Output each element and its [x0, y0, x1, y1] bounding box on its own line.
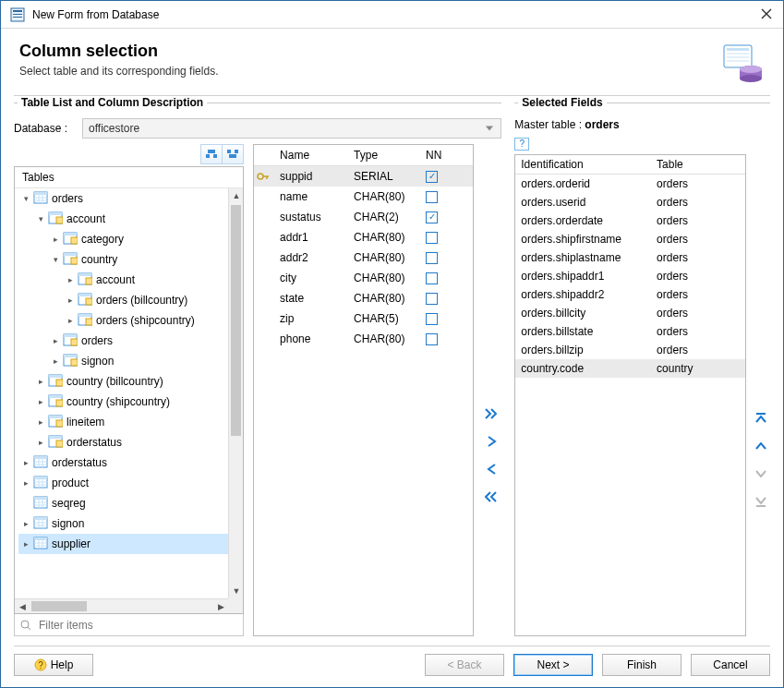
tree-hscroll[interactable]: ◀ ▶: [15, 598, 228, 613]
selected-row[interactable]: orders.orderidorders: [515, 175, 745, 193]
tree-node-account[interactable]: ▾account: [33, 209, 228, 229]
tree-node-country_billcountry[interactable]: ▸country (billcountry): [33, 371, 228, 392]
twisty-icon[interactable]: ▸: [65, 315, 76, 326]
tree-node-country_orders_shipcountry[interactable]: ▸orders (shipcountry): [63, 310, 228, 331]
twisty-icon[interactable]: ▸: [20, 477, 31, 489]
tree-vscroll[interactable]: ▲ ▼: [228, 188, 243, 598]
move-top-button[interactable]: [753, 411, 769, 426]
twisty-icon[interactable]: ▸: [35, 376, 46, 387]
remove-button[interactable]: [484, 462, 501, 477]
column-row[interactable]: stateCHAR(80): [254, 288, 473, 308]
move-down-button[interactable]: [753, 466, 769, 481]
twisty-icon[interactable]: ▸: [50, 356, 61, 367]
move-up-button[interactable]: [753, 439, 769, 453]
selected-row[interactable]: orders.billstateorders: [515, 322, 745, 341]
tree-node-orderstatus_root[interactable]: ▸orderstatus: [18, 453, 228, 473]
twisty-icon[interactable]: ▸: [65, 274, 76, 285]
twisty-icon[interactable]: ▾: [20, 193, 31, 204]
help-button[interactable]: ? Help: [14, 654, 93, 676]
selected-row[interactable]: country.codecountry: [515, 359, 745, 378]
tree-label: signon: [52, 517, 84, 530]
twisty-icon[interactable]: ▸: [65, 295, 76, 306]
tree-header: Tables: [15, 167, 243, 188]
selected-row[interactable]: orders.shiplastnameorders: [515, 248, 745, 267]
twisty-icon[interactable]: ▸: [50, 335, 61, 346]
tree-node-country_shipcountry[interactable]: ▸country (shipcountry): [33, 392, 228, 412]
next-button[interactable]: Next >: [513, 654, 593, 676]
twisty-icon[interactable]: ▸: [35, 437, 46, 448]
close-icon[interactable]: [761, 8, 774, 21]
collapse-all-button[interactable]: [222, 144, 244, 164]
column-row[interactable]: nameCHAR(80): [254, 187, 473, 207]
database-select[interactable]: officestore: [82, 118, 501, 139]
column-row[interactable]: addr1CHAR(80): [254, 227, 473, 247]
nn-checkbox[interactable]: [426, 211, 438, 223]
sel-table: orders: [651, 285, 745, 304]
tree-node-supplier[interactable]: ▸supplier: [18, 534, 228, 554]
selected-row[interactable]: orders.shipaddr2orders: [515, 285, 745, 304]
blank: [254, 295, 272, 302]
filter-box[interactable]: [14, 614, 244, 636]
sel-table: orders: [651, 322, 745, 341]
selected-row[interactable]: orders.orderdateorders: [515, 211, 745, 230]
selected-row[interactable]: orders.shipaddr1orders: [515, 267, 745, 285]
svg-rect-18: [229, 154, 236, 158]
tree-node-orders_child[interactable]: ▸orders: [48, 331, 228, 351]
twisty-icon[interactable]: ▸: [35, 416, 46, 428]
column-row[interactable]: phoneCHAR(80): [254, 329, 473, 349]
nn-checkbox[interactable]: [426, 313, 438, 325]
nn-checkbox[interactable]: [426, 272, 438, 284]
tree-node-product[interactable]: ▸product: [18, 473, 228, 493]
column-row[interactable]: cityCHAR(80): [254, 268, 473, 288]
tree-node-category[interactable]: ▸category: [48, 229, 228, 249]
twisty-icon[interactable]: ▾: [35, 213, 46, 224]
tree-label: signon: [81, 355, 114, 368]
add-button[interactable]: [484, 434, 501, 449]
tree-node-country[interactable]: ▾country: [48, 249, 228, 270]
tree-node-orders[interactable]: ▾orders: [18, 188, 228, 209]
svg-line-94: [28, 627, 30, 630]
column-row[interactable]: sustatusCHAR(2): [254, 207, 473, 227]
selected-row[interactable]: orders.billziporders: [515, 341, 745, 359]
twisty-icon[interactable]: ▾: [50, 254, 61, 265]
svg-rect-38: [86, 278, 92, 284]
filter-input[interactable]: [37, 618, 237, 633]
remove-all-button[interactable]: [484, 489, 501, 504]
help-icon[interactable]: ?: [514, 138, 529, 151]
nn-checkbox[interactable]: [426, 252, 438, 264]
selected-row[interactable]: orders.useridorders: [515, 193, 745, 211]
nn-checkbox[interactable]: [426, 293, 438, 305]
sel-table: orders: [651, 304, 745, 322]
column-row[interactable]: zipCHAR(5): [254, 308, 473, 329]
cancel-button[interactable]: Cancel: [691, 654, 770, 676]
tree-node-lineitem[interactable]: ▸lineitem: [33, 412, 228, 432]
column-row[interactable]: addr2CHAR(80): [254, 247, 473, 268]
tree-node-signon_root[interactable]: ▸signon: [18, 513, 228, 534]
tree-node-country_account[interactable]: ▸account: [63, 270, 228, 290]
nn-checkbox[interactable]: [426, 232, 438, 244]
fk-table-icon: [78, 293, 92, 308]
expand-all-button[interactable]: [200, 144, 223, 164]
blank: [254, 315, 272, 322]
twisty-icon[interactable]: ▸: [50, 234, 61, 245]
selected-row[interactable]: orders.billcityorders: [515, 304, 745, 322]
twisty-icon[interactable]: ▸: [35, 396, 46, 407]
tree-node-orderstatus[interactable]: ▸orderstatus: [33, 432, 228, 453]
column-row[interactable]: suppidSERIAL: [254, 166, 473, 187]
move-bottom-button[interactable]: [753, 494, 769, 509]
add-all-button[interactable]: [484, 406, 501, 421]
nn-checkbox[interactable]: [426, 191, 438, 203]
twisty-icon[interactable]: ▸: [20, 457, 31, 468]
tree-label: account: [66, 212, 105, 225]
nn-checkbox[interactable]: [426, 333, 438, 345]
tree-node-signon[interactable]: ▸signon: [48, 351, 228, 371]
finish-button[interactable]: Finish: [602, 654, 681, 676]
twisty-icon[interactable]: ▸: [20, 538, 31, 549]
selected-row[interactable]: orders.shipfirstnameorders: [515, 230, 745, 248]
col-type: SERIAL: [346, 166, 418, 187]
twisty-icon[interactable]: ▸: [20, 518, 31, 529]
sel-id: orders.userid: [515, 193, 651, 211]
tree-node-seqreg[interactable]: seqreg: [18, 493, 228, 513]
tree-node-country_orders_billcountry[interactable]: ▸orders (billcountry): [63, 290, 228, 310]
nn-checkbox[interactable]: [426, 171, 438, 183]
